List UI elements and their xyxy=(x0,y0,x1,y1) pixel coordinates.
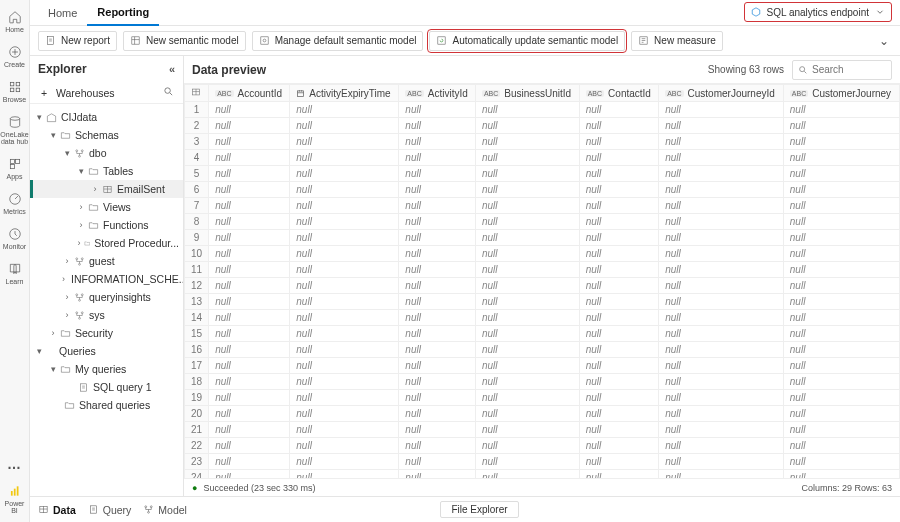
rail-powerbi[interactable]: Power BI xyxy=(1,480,29,522)
tree-shared-queries[interactable]: Shared queries xyxy=(30,396,183,414)
table-row[interactable]: 22nullnullnullnullnullnullnull xyxy=(185,438,900,454)
manage-default-semantic-model-button[interactable]: Manage default semantic model xyxy=(252,31,424,51)
column-header[interactable]: ABCBusinessUnitId xyxy=(475,85,579,102)
table-row[interactable]: 16nullnullnullnullnullnullnull xyxy=(185,342,900,358)
rail-learn-label: Learn xyxy=(6,278,24,285)
warehouses-row[interactable]: + Warehouses xyxy=(30,82,183,104)
table-row[interactable]: 12nullnullnullnullnullnullnull xyxy=(185,278,900,294)
table-row[interactable]: 4nullnullnullnullnullnullnull xyxy=(185,150,900,166)
search-icon[interactable] xyxy=(163,86,175,99)
tree-sql-query-1[interactable]: SQL query 1 xyxy=(30,378,183,396)
rail-browse-label: Browse xyxy=(3,96,26,103)
row-number: 22 xyxy=(185,438,209,454)
rail-home[interactable]: Home xyxy=(1,6,29,39)
tree-my-queries[interactable]: ▾My queries xyxy=(30,360,183,378)
tree-cijdata[interactable]: ▾CIJdata xyxy=(30,108,183,126)
cell: null xyxy=(290,454,399,470)
tree-queryinsights[interactable]: ›queryinsights xyxy=(30,288,183,306)
table-row[interactable]: 2nullnullnullnullnullnullnull xyxy=(185,118,900,134)
bottom-tab-model[interactable]: Model xyxy=(143,504,187,516)
schema-icon xyxy=(74,292,85,303)
rail-metrics[interactable]: Metrics xyxy=(1,188,29,221)
data-grid[interactable]: ABCAccountIdActivityExpiryTimeABCActivit… xyxy=(184,84,900,478)
table-row[interactable]: 10nullnullnullnullnullnullnull xyxy=(185,246,900,262)
rail-apps[interactable]: Apps xyxy=(1,153,29,186)
cell: null xyxy=(399,374,476,390)
warehouses-label: Warehouses xyxy=(56,87,157,99)
tree-information-schema[interactable]: ›INFORMATION_SCHE... xyxy=(30,270,183,288)
rail-more[interactable]: … xyxy=(7,450,22,478)
rail-learn[interactable]: Learn xyxy=(1,258,29,291)
file-explorer-button[interactable]: File Explorer xyxy=(440,501,518,518)
table-row[interactable]: 11nullnullnullnullnullnullnull xyxy=(185,262,900,278)
svg-point-17 xyxy=(263,39,266,42)
search-icon xyxy=(798,65,808,75)
endpoint-dropdown[interactable]: SQL analytics endpoint xyxy=(744,2,892,22)
table-row[interactable]: 3nullnullnullnullnullnullnull xyxy=(185,134,900,150)
tree-functions[interactable]: ›Functions xyxy=(30,216,183,234)
table-row[interactable]: 1nullnullnullnullnullnullnull xyxy=(185,102,900,118)
toolbar-overflow[interactable]: ⌄ xyxy=(876,34,892,48)
table-row[interactable]: 21nullnullnullnullnullnullnull xyxy=(185,422,900,438)
cell: null xyxy=(579,326,658,342)
table-row[interactable]: 15nullnullnullnullnullnullnull xyxy=(185,326,900,342)
rail-browse[interactable]: Browse xyxy=(1,76,29,109)
column-header[interactable]: ABCCustomerJourney xyxy=(783,85,899,102)
column-header[interactable]: ABCActivityId xyxy=(399,85,476,102)
svg-point-33 xyxy=(79,299,81,301)
table-row[interactable]: 18nullnullnullnullnullnullnull xyxy=(185,374,900,390)
table-row[interactable]: 7nullnullnullnullnullnullnull xyxy=(185,198,900,214)
column-header[interactable]: ABCCustomerJourneyId xyxy=(659,85,784,102)
tree-emailsent[interactable]: ›EmailSent xyxy=(30,180,183,198)
tree-dbo[interactable]: ▾dbo xyxy=(30,144,183,162)
new-report-button[interactable]: New report xyxy=(38,31,117,51)
table-row[interactable]: 17nullnullnullnullnullnullnull xyxy=(185,358,900,374)
preview-search-input[interactable] xyxy=(812,64,882,75)
rail-monitor[interactable]: Monitor xyxy=(1,223,29,256)
tree-tables[interactable]: ▾Tables xyxy=(30,162,183,180)
column-header[interactable]: ABCContactId xyxy=(579,85,658,102)
tree-security[interactable]: ›Security xyxy=(30,324,183,342)
table-row[interactable]: 13nullnullnullnullnullnullnull xyxy=(185,294,900,310)
table-row[interactable]: 6nullnullnullnullnullnullnull xyxy=(185,182,900,198)
rail-create[interactable]: Create xyxy=(1,41,29,74)
cell: null xyxy=(659,278,784,294)
tree-views[interactable]: ›Views xyxy=(30,198,183,216)
new-measure-button[interactable]: New measure xyxy=(631,31,723,51)
tab-home[interactable]: Home xyxy=(38,0,87,26)
table-row[interactable]: 5nullnullnullnullnullnullnull xyxy=(185,166,900,182)
cell: null xyxy=(783,166,899,182)
table-row[interactable]: 24nullnullnullnullnullnullnull xyxy=(185,470,900,479)
cell: null xyxy=(475,326,579,342)
cell: null xyxy=(399,342,476,358)
cell: null xyxy=(399,118,476,134)
tree-stored-procedures[interactable]: ›Stored Procedur... xyxy=(30,234,183,252)
tree-queries[interactable]: ▾Queries xyxy=(30,342,183,360)
query-icon xyxy=(88,504,99,515)
tree-sys[interactable]: ›sys xyxy=(30,306,183,324)
tab-reporting[interactable]: Reporting xyxy=(87,0,159,26)
table-row[interactable]: 14nullnullnullnullnullnullnull xyxy=(185,310,900,326)
cell: null xyxy=(783,470,899,479)
preview-search[interactable] xyxy=(792,60,892,80)
table-row[interactable]: 9nullnullnullnullnullnullnull xyxy=(185,230,900,246)
folder-icon xyxy=(60,130,71,141)
tree-guest[interactable]: ›guest xyxy=(30,252,183,270)
table-row[interactable]: 23nullnullnullnullnullnullnull xyxy=(185,454,900,470)
bottom-tab-query[interactable]: Query xyxy=(88,504,132,516)
svg-point-5 xyxy=(10,117,19,121)
explorer-collapse[interactable]: « xyxy=(169,63,175,75)
new-semantic-model-button[interactable]: New semantic model xyxy=(123,31,246,51)
table-row[interactable]: 8nullnullnullnullnullnullnull xyxy=(185,214,900,230)
table-row[interactable]: 19nullnullnullnullnullnullnull xyxy=(185,390,900,406)
rail-onelake[interactable]: OneLake data hub xyxy=(1,111,29,151)
tree-schemas[interactable]: ▾Schemas xyxy=(30,126,183,144)
auto-update-semantic-model-button[interactable]: Automatically update semantic model xyxy=(429,31,625,51)
column-header[interactable]: ABCAccountId xyxy=(209,85,290,102)
column-header[interactable]: ActivityExpiryTime xyxy=(290,85,399,102)
svg-rect-12 xyxy=(13,489,15,496)
row-number: 15 xyxy=(185,326,209,342)
table-row[interactable]: 20nullnullnullnullnullnullnull xyxy=(185,406,900,422)
bottom-tab-data[interactable]: Data xyxy=(38,504,76,516)
svg-point-43 xyxy=(145,506,147,508)
